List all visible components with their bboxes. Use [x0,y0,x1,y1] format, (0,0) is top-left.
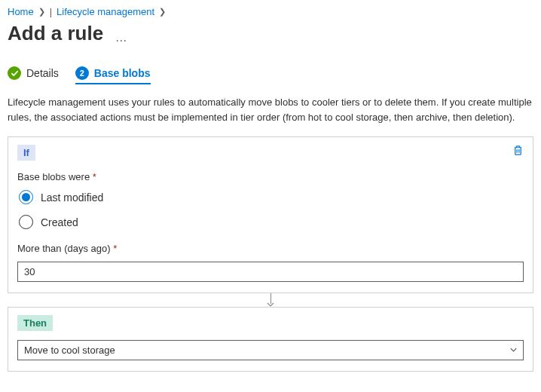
base-blobs-radio-group: Last modified Created [19,190,524,229]
breadcrumb-home[interactable]: Home [8,6,34,17]
chevron-right-icon: ❯ [159,7,166,17]
chevron-right-icon: ❯ [38,7,45,17]
radio-icon [19,190,33,204]
step-base-blobs[interactable]: 2 Base blobs [75,66,151,84]
step-label-details: Details [26,67,59,79]
delete-icon[interactable] [512,145,524,158]
action-select[interactable]: Move to cool storage [17,340,524,360]
radio-label: Last modified [41,191,103,204]
step-details[interactable]: Details [8,66,59,84]
radio-last-modified[interactable]: Last modified [19,190,524,204]
then-tag: Then [17,315,53,331]
breadcrumb: Home ❯ | Lifecycle management ❯ [8,6,533,17]
breadcrumb-lifecycle[interactable]: Lifecycle management [57,6,154,17]
days-ago-input[interactable] [17,262,524,282]
action-select-value: Move to cool storage [24,345,115,356]
step-label-base-blobs: Base blobs [94,67,151,79]
step-number-icon: 2 [75,66,89,80]
more-icon[interactable]: … [115,31,127,44]
description-text: Lifecycle management uses your rules to … [8,95,533,124]
check-circle-icon [8,66,21,80]
days-ago-label: More than (days ago) * [17,243,524,254]
page-title: Add a rule [8,22,103,45]
if-tag: If [17,145,35,161]
radio-created[interactable]: Created [19,215,524,229]
base-blobs-label: Base blobs were * [17,171,524,182]
radio-label: Created [41,216,78,228]
radio-icon [19,215,33,229]
wizard-steps: Details 2 Base blobs [8,66,533,84]
if-card: If Base blobs were * Last modified Creat… [8,136,533,293]
separator-pipe: | [50,6,52,17]
flow-arrow-icon [8,293,533,307]
then-card: Then Move to cool storage [8,307,533,372]
